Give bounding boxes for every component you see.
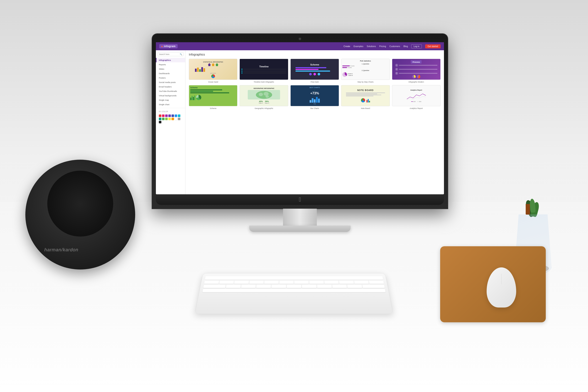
gallery-item-poll[interactable]: Poll statistics 1. Question 42 points <box>341 59 390 83</box>
geo-num-1: 42% <box>259 100 263 102</box>
navbar-logo[interactable]: infogram <box>159 44 178 48</box>
legend-color-2 <box>417 102 418 102</box>
gallery-thumb-poll: Poll statistics 1. Question 42 points <box>341 59 390 80</box>
swatch-deep-purple[interactable] <box>168 114 171 117</box>
stat-icons <box>208 63 218 66</box>
apple-logo:  <box>299 196 301 203</box>
scheme-dot-3 <box>318 73 320 76</box>
gallery-item-analytics[interactable]: Analytics Report <box>392 85 440 110</box>
bar5 <box>204 68 205 72</box>
nav-customers[interactable]: Customers <box>390 45 400 48</box>
gallery-item-scheme[interactable]: Scheme <box>290 59 339 83</box>
sidebar-item-single-map[interactable]: Single map <box>156 98 185 102</box>
swatch-cyan[interactable] <box>178 114 180 117</box>
swatch-purple[interactable] <box>165 114 168 117</box>
gallery-item-process[interactable]: Process 1 <box>392 59 440 83</box>
gallery-item-bar-chart[interactable]: BEST CHARTS ↑ +73% <box>290 85 339 110</box>
step-num-2: 2 <box>396 68 397 70</box>
scheme-header: Scheme <box>310 63 319 66</box>
nb-line3 <box>346 94 381 95</box>
nav-pricing[interactable]: Pricing <box>379 45 386 48</box>
gallery-thumb-process: Process 1 <box>392 59 440 80</box>
bc-bar1 <box>310 100 311 103</box>
big-percentage: +73% <box>310 92 319 95</box>
swatch-blue[interactable] <box>175 114 177 117</box>
scheme2-bar-chart <box>190 95 195 100</box>
sidebar-item-email-headers[interactable]: Email headers <box>156 84 185 89</box>
nav-create[interactable]: Create <box>344 45 350 48</box>
sidebar-divider <box>156 108 185 108</box>
search-box[interactable]: 🔍 <box>158 52 184 56</box>
legend-label-1: 2023 <box>413 101 416 102</box>
swatch-teal[interactable] <box>159 118 161 120</box>
gallery-thumb-ocean-sand: STATISTICAL INFOGRAPHIC <box>189 59 238 80</box>
bar3 <box>199 69 201 72</box>
nav-blog[interactable]: Blog <box>404 45 408 48</box>
gallery-item-timeline-dark[interactable]: Timeline <box>240 59 288 83</box>
gallery-item-scheme-green[interactable]: Scheme <box>189 85 238 110</box>
sidebar-item-reports[interactable]: Reports <box>156 62 185 67</box>
search-input[interactable] <box>159 53 179 55</box>
swatch-yellow[interactable] <box>168 118 171 120</box>
s2-bar3 <box>190 92 229 93</box>
noteboard-lines <box>346 92 385 96</box>
analytics-legend: 2023 2022 <box>411 101 421 102</box>
s2-bar2 <box>190 91 213 92</box>
sidebar-item-infographics[interactable]: Infographics <box>156 58 185 62</box>
sidebar-item-single-chart[interactable]: Single chart <box>156 102 185 107</box>
gallery-thumb-scheme-green: Scheme <box>189 85 238 106</box>
scheme-green-label: Scheme <box>189 107 238 110</box>
step-circle-3: 3 <box>395 72 398 75</box>
swatch-light-green[interactable] <box>165 118 168 120</box>
swatch-black[interactable] <box>159 121 161 123</box>
geo-num-2: 58% <box>265 100 269 102</box>
svg-point-1 <box>259 93 263 96</box>
navbar-links: Create Examples Solutions Pricing Custom… <box>344 44 440 48</box>
poll-q2-label: 2. Question <box>342 70 388 71</box>
house-icon-2 <box>212 63 214 66</box>
world-map-placeholder <box>248 90 280 100</box>
gallery-item-geographic[interactable]: GEOGRAPHIC INFOGRAPHIC <box>240 85 288 110</box>
sidebar-item-social[interactable]: Social media posts <box>156 80 185 84</box>
sidebar-item-virtual-bg[interactable]: Virtual backgrounds <box>156 93 185 98</box>
tl-line-1 <box>243 69 286 69</box>
monitor-screen: infogram Create Examples Solutions Prici… <box>156 42 444 194</box>
swatch-white[interactable] <box>175 118 177 120</box>
swatch-grey[interactable] <box>178 118 180 120</box>
color-swatches <box>156 114 185 124</box>
sidebar-item-slides[interactable]: Slides <box>156 67 185 71</box>
sidebar-item-dashboards[interactable]: Dashboards <box>156 71 185 76</box>
row-spacer <box>189 83 440 85</box>
swatch-green[interactable] <box>162 118 164 120</box>
sidebar-item-youtube[interactable]: YouTube thumbnails <box>156 89 185 93</box>
nb-pie <box>361 98 365 102</box>
gallery-item-noteboard[interactable]: NOTE BOARD <box>341 85 390 110</box>
swatch-indigo[interactable] <box>172 114 174 117</box>
proc-pie-2 <box>417 75 420 78</box>
sc2-b2 <box>192 96 192 100</box>
swatch-red[interactable] <box>159 114 161 117</box>
login-button[interactable]: Log in <box>411 44 422 48</box>
nav-examples[interactable]: Examples <box>354 45 363 48</box>
flow-dark-label: Flow Dark <box>290 81 339 83</box>
bar4 <box>201 67 203 72</box>
bar-chart-bars <box>310 96 320 103</box>
get-started-button[interactable]: Get started <box>425 44 440 48</box>
nav-solutions[interactable]: Solutions <box>367 45 376 48</box>
bar-chart-label: Bar Charts <box>290 107 339 110</box>
poll-q1-bars: 42 points 42 points <box>342 65 388 68</box>
tl-line-3 <box>243 73 286 73</box>
line-chart-svg <box>394 92 439 100</box>
ocean-sand-label: Ocean Sand <box>189 81 238 83</box>
monitor-bezel-bottom:  <box>156 194 444 205</box>
svg-point-2 <box>264 92 269 96</box>
gallery-thumb-bar-chart: BEST CHARTS ↑ +73% <box>290 85 339 106</box>
gallery-item-ocean-sand[interactable]: STATISTICAL INFOGRAPHIC <box>189 59 238 83</box>
geo-stats: 42% Region A 58% Region B <box>259 100 269 104</box>
swatch-pink[interactable] <box>162 114 164 117</box>
sidebar-item-posters[interactable]: Posters <box>156 76 185 80</box>
swatch-orange[interactable] <box>172 118 174 120</box>
infogram-app: infogram Create Examples Solutions Prici… <box>156 42 444 194</box>
analytics-label: Analytics Report <box>392 107 440 110</box>
gallery-thumb-scheme: Scheme <box>290 59 339 80</box>
